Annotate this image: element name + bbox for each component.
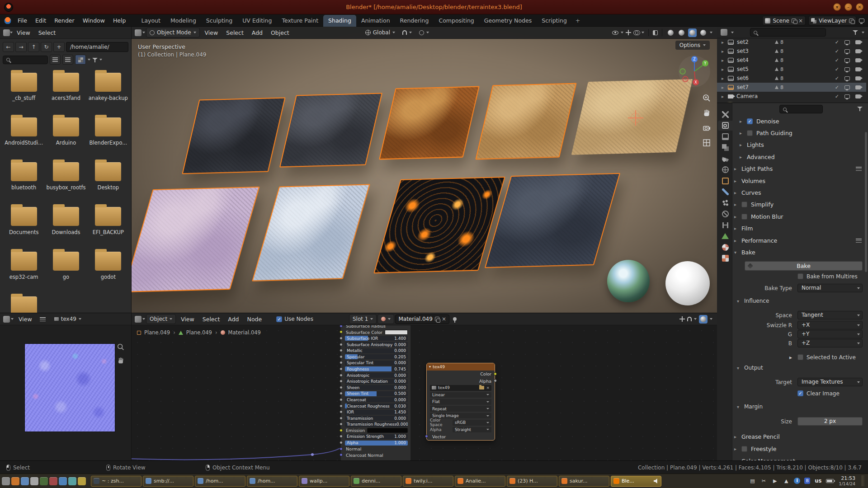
normal-map-image[interactable] [24,343,115,432]
editor-type-icon[interactable] [135,29,142,36]
properties-tab-world[interactable] [718,165,732,175]
space-dropdown[interactable]: Tangent [797,311,863,319]
eject-icon[interactable]: ▲ [783,478,790,484]
unlink-image-icon[interactable]: × [486,385,490,390]
copy-icon[interactable] [792,19,796,23]
taskbar-window-zsh[interactable]: ~ : zsh... [91,476,142,487]
image-selector[interactable]: tex49 [51,314,85,324]
taskbar-window-wallp[interactable]: wallp... [299,476,349,487]
filter-icon[interactable] [92,57,98,62]
margin-size-slider[interactable]: 2 px [797,417,863,426]
gizmos-toggle-icon[interactable] [626,30,631,35]
disable-in-renders-icon[interactable] [855,94,861,99]
material-name-field[interactable]: Material.049 × [395,314,449,324]
outliner-row-set2[interactable]: ▸set28✓ [717,38,866,47]
folder-anakey-backup[interactable]: anakey-backup [87,70,129,114]
taskbar-launcher-8[interactable] [68,477,76,485]
pin-icon[interactable] [453,317,457,321]
empty-object-marker[interactable] [631,113,641,123]
workspace-tab-sculpting[interactable]: Sculpting [201,15,237,27]
magnet-icon[interactable] [687,317,692,321]
display-thumbnails-button[interactable] [75,55,86,65]
file-search-input[interactable] [3,56,48,64]
color-output-socket[interactable] [494,372,497,375]
terrain-plane-ice[interactable] [252,184,370,281]
terrain-plane-dark-rock-2[interactable] [279,93,382,168]
folder-downloads[interactable]: Downloads [45,204,87,248]
image-texture-node[interactable]: ▾tex49 Color Alpha tex49 × Linear Flat R… [426,363,495,441]
folder-androidstudi[interactable]: AndroidStudi... [3,115,45,159]
taskbar-launcher-1[interactable] [2,477,10,485]
editor-type-icon[interactable] [3,29,10,36]
properties-tab-texture[interactable] [718,253,732,263]
principled-bsdf-node[interactable]: Subsurface RadiusSubsurface ColorSubsurf… [340,320,411,460]
extension-dropdown[interactable]: Repeat [430,406,491,412]
visibility-checkbox[interactable]: ✓ [835,75,839,81]
bake-type-dropdown[interactable]: Normal [797,284,863,292]
node-header[interactable]: ▾tex49 [427,363,495,371]
projection-dropdown[interactable]: Flat [430,399,491,405]
properties-scrollbar[interactable] [865,132,867,272]
bsdf-socket-alpha[interactable]: Alpha1.000 [341,440,410,446]
properties-section-grease-pencil[interactable]: ▸Grease Pencil [734,432,863,441]
display-vertical-list-button[interactable] [50,55,61,65]
taskbar-window-twily-i[interactable]: twily.i... [403,476,453,487]
keyboard-layout-indicator[interactable]: us [815,478,821,484]
visibility-checkbox[interactable]: ✓ [835,48,839,54]
properties-section-lights[interactable]: ▸Lights [734,140,863,150]
outliner-row-set4[interactable]: ▸set48✓ [717,56,866,65]
properties-tab-render[interactable] [718,121,732,131]
workspace-tab-geometry-nodes[interactable]: Geometry Nodes [479,15,537,27]
editor-type-icon[interactable] [3,316,10,323]
view-layer-selector[interactable]: ViewLayer [808,16,856,25]
workspace-tab-shading[interactable]: Shading [323,15,356,27]
clock[interactable]: 21:53 1/14/24 [839,475,855,487]
window-minimize-button[interactable]: – [844,3,852,11]
shading-rendered-button[interactable] [699,28,708,37]
outliner-row-light[interactable]: ▸Light✓ [717,101,866,103]
folder-partial[interactable] [3,294,45,313]
show-desktop-button[interactable] [862,475,864,486]
terrain-plane-lava-rock[interactable] [379,86,480,160]
properties-section-advanced[interactable]: ▸Advanced [734,152,863,162]
bsdf-socket-specular-tint[interactable]: Specular Tint0.000 [341,360,410,366]
source-dropdown[interactable]: Single Image [430,413,491,419]
terrain-plane-sand[interactable] [475,83,576,160]
properties-tab-particles[interactable] [718,198,732,208]
window-menu-button[interactable]: ▾ [833,3,841,11]
taskbar-window-analie[interactable]: Analie... [455,476,505,487]
xray-toggle-icon[interactable] [653,30,658,35]
material-browse-dropdown[interactable] [377,314,394,324]
visibility-checkbox[interactable]: ✓ [835,84,839,90]
slot-dropdown[interactable]: Slot 1 [349,314,377,324]
window-titlebar[interactable]: Blender* [/home/amalie/Desktop/blender/t… [0,0,868,14]
unlink-icon[interactable]: × [798,19,803,23]
menu-select[interactable]: Select [222,27,248,39]
color-swatch[interactable] [385,330,408,335]
camera-view-icon[interactable] [702,123,711,132]
workspace-tab-animation[interactable]: Animation [356,15,395,27]
snapping-toggle[interactable] [399,28,415,38]
play-icon[interactable]: ▶ [771,478,778,484]
properties-tab-object[interactable] [718,176,732,186]
bsdf-socket-transmission-roughness[interactable]: Transmission Roughness0.000 [341,422,410,428]
disable-in-viewports-icon[interactable] [844,94,850,99]
taskbar-window-ble[interactable]: Ble... [611,476,661,487]
refresh-button[interactable]: ↻ [41,42,52,52]
viewport-3d[interactable]: Object Mode ViewSelectAddObject Global [132,27,717,313]
orthographic-grid-icon[interactable] [702,138,711,147]
use-nodes-checkbox[interactable]: ✓ Use Nodes [273,314,316,324]
vector-input-socket[interactable] [425,435,428,438]
properties-section-denoise[interactable]: ▸✓Denoise [734,116,863,126]
taskbar-window-hom[interactable]: /hom... [195,476,245,487]
terrain-plane-lava-cracks[interactable] [373,177,505,273]
bsdf-socket-roughness[interactable]: Roughness0.745 [341,366,410,372]
taskbar-launcher-4[interactable] [30,477,38,485]
properties-section-color-management[interactable]: ▸Color Management [734,456,863,460]
disable-in-renders-icon[interactable] [855,67,861,71]
menu-edit[interactable]: Edit [31,14,50,27]
bsdf-socket-specular[interactable]: Specular0.205 [341,354,410,360]
shading-solid-button[interactable] [677,28,686,37]
properties-tab-scene[interactable] [718,154,732,164]
terrain-plane-dark-rock-1[interactable] [182,98,285,174]
